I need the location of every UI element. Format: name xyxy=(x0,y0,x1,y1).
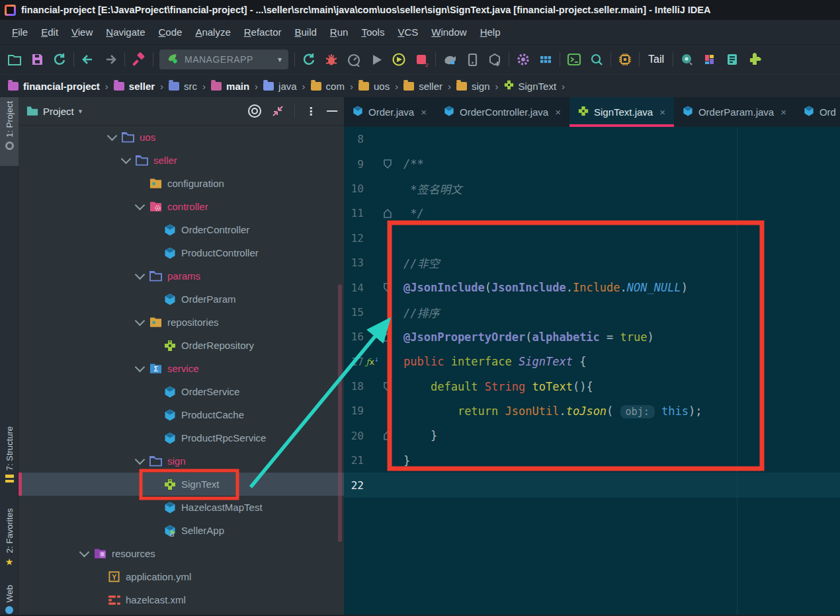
editor-tab-signtext-java[interactable]: SignText.java× xyxy=(569,97,674,127)
tree-item-controller[interactable]: controller xyxy=(19,195,344,218)
chevron-down-icon[interactable]: ▾ xyxy=(79,107,83,116)
tree-item-productrpcservice[interactable]: ProductRpcService xyxy=(19,426,344,449)
tree-item-sellerapp[interactable]: SellerApp xyxy=(19,519,344,542)
fold-up-icon[interactable] xyxy=(381,332,394,342)
menu-item-vcs[interactable]: VCS xyxy=(391,20,425,45)
chevron-down-icon[interactable]: ▾ xyxy=(278,55,282,64)
menu-item-analyze[interactable]: Analyze xyxy=(189,20,237,45)
editor-tab-ordercontroller-java[interactable]: OrderController.java× xyxy=(435,97,569,127)
tree-item-orderrepository[interactable]: OrderRepository xyxy=(19,334,344,357)
profiler-icon[interactable] xyxy=(346,52,362,67)
locate-icon[interactable] xyxy=(248,104,261,118)
tree-item-orderservice[interactable]: OrderService xyxy=(19,380,344,403)
settings-icon[interactable] xyxy=(515,52,531,67)
tab-close-icon[interactable]: × xyxy=(555,106,561,118)
tree-expand-chevron-icon[interactable] xyxy=(79,547,90,558)
tree-item-signtext[interactable]: SignText xyxy=(19,473,344,496)
menu-item-help[interactable]: Help xyxy=(474,20,507,45)
breadcrumb-item-seller[interactable]: seller xyxy=(114,81,155,92)
editor-area[interactable]: Order.java×OrderController.java×SignText… xyxy=(344,97,840,616)
run-configuration-combo[interactable]: MANAGERAPP▾ xyxy=(159,50,288,69)
fold-down-icon[interactable] xyxy=(381,283,394,292)
fold-up-icon[interactable] xyxy=(381,209,394,218)
breadcrumb-item-signtext[interactable]: SignText xyxy=(504,80,557,92)
plugins-icon[interactable] xyxy=(747,52,763,67)
tool-window-tab-project[interactable]: 1: Project xyxy=(0,97,19,166)
ui-themes-icon[interactable] xyxy=(702,52,718,67)
tree-item-resources[interactable]: resources xyxy=(19,542,344,565)
back-icon[interactable] xyxy=(80,52,96,67)
menu-item-file[interactable]: File xyxy=(5,20,34,45)
tree-item-productcontroller[interactable]: ProductController xyxy=(19,241,344,264)
documentation-icon[interactable] xyxy=(724,52,740,67)
tree-expand-chevron-icon[interactable] xyxy=(135,362,146,373)
open-project-icon[interactable] xyxy=(7,52,22,67)
tree-item-hazelcastmaptest[interactable]: HazelcastMapTest xyxy=(19,496,344,519)
menu-item-build[interactable]: Build xyxy=(288,20,323,45)
breadcrumb-item-seller[interactable]: seller xyxy=(403,81,442,92)
tab-close-icon[interactable]: × xyxy=(780,106,786,118)
code-with-me-icon[interactable] xyxy=(679,52,695,67)
tree-expand-chevron-icon[interactable] xyxy=(135,200,146,211)
tree-item-sign[interactable]: sign xyxy=(19,449,344,473)
code-area[interactable]: 89/**10 *签名明文11 */1213//非空14@JsonInclude… xyxy=(344,127,840,498)
search-everywhere-icon[interactable] xyxy=(589,52,605,67)
view-grid-icon[interactable] xyxy=(538,52,554,67)
breadcrumb-item-uos[interactable]: uos xyxy=(358,81,390,92)
save-all-icon[interactable] xyxy=(29,52,45,67)
menu-item-code[interactable]: Code xyxy=(152,20,189,45)
tree-item-orderparam[interactable]: OrderParam xyxy=(19,288,344,311)
tool-window-tab-web[interactable]: Web xyxy=(0,585,19,616)
tree-expand-chevron-icon[interactable] xyxy=(135,316,146,327)
editor-tab-ord[interactable]: Ord× xyxy=(795,97,840,127)
fold-up-icon[interactable] xyxy=(381,431,394,440)
menu-item-window[interactable]: Window xyxy=(425,20,473,45)
breadcrumb-item-financial-project[interactable]: financial-project xyxy=(8,81,100,92)
menu-item-view[interactable]: View xyxy=(65,20,99,45)
tree-item-ordercontroller[interactable]: OrderController xyxy=(19,218,344,241)
tab-close-icon[interactable]: × xyxy=(421,106,427,118)
tail-plugin-button[interactable]: Tail xyxy=(646,54,667,65)
gradle-icon[interactable] xyxy=(442,52,458,67)
tree-item-application.yml[interactable]: Yapplication.yml xyxy=(19,565,344,588)
package-search-icon[interactable] xyxy=(487,52,503,67)
run-coverage-icon[interactable] xyxy=(391,52,407,67)
breadcrumb-item-sign[interactable]: sign xyxy=(456,81,490,92)
tree-scrollbar[interactable] xyxy=(338,284,342,542)
menu-item-tools[interactable]: Tools xyxy=(355,20,391,45)
tree-expand-chevron-icon[interactable] xyxy=(135,270,146,280)
tree-expand-chevron-icon[interactable] xyxy=(121,154,132,165)
tree-item-uos[interactable]: uos xyxy=(19,126,344,149)
tree-item-params[interactable]: params xyxy=(19,264,344,288)
menu-item-run[interactable]: Run xyxy=(323,20,355,45)
breadcrumb-item-com[interactable]: com xyxy=(311,81,345,92)
synchronize-icon[interactable] xyxy=(52,52,67,67)
run-icon[interactable] xyxy=(368,52,384,67)
tree-expand-chevron-icon[interactable] xyxy=(107,131,118,141)
tree-item-service[interactable]: Σservice xyxy=(19,357,344,380)
stop-icon[interactable]: 2 xyxy=(413,52,429,67)
tree-item-repositories[interactable]: repositories xyxy=(19,311,344,334)
tool-window-tab-favorites[interactable]: 2: Favorites ★ xyxy=(0,508,19,582)
editor-tab-orderparam-java[interactable]: OrderParam.java× xyxy=(674,97,795,127)
rerun-icon[interactable] xyxy=(301,52,317,67)
build-hammer-icon[interactable] xyxy=(131,52,147,67)
forward-icon[interactable] xyxy=(103,52,118,67)
hide-panel-icon[interactable]: — xyxy=(327,105,337,117)
collapse-all-icon[interactable] xyxy=(272,105,284,117)
debug-icon[interactable] xyxy=(323,52,339,67)
device-manager-icon[interactable] xyxy=(464,52,480,67)
tree-item-seller[interactable]: seller xyxy=(19,149,344,172)
tree-expand-chevron-icon[interactable] xyxy=(135,455,146,465)
tree-item-configuration[interactable]: configuration xyxy=(19,172,344,195)
fold-down-icon[interactable] xyxy=(381,159,394,169)
menu-item-navigate[interactable]: Navigate xyxy=(99,20,151,45)
tree-item-productcache[interactable]: ProductCache xyxy=(19,403,344,426)
more-options-icon[interactable]: ⋮ xyxy=(306,105,316,118)
fold-down-icon[interactable] xyxy=(381,382,394,391)
breadcrumb-item-main[interactable]: main xyxy=(211,81,249,92)
breadcrumb-item-java[interactable]: java xyxy=(263,81,297,92)
breadcrumb-item-src[interactable]: src xyxy=(169,81,197,92)
cpu-profiler-icon[interactable] xyxy=(617,52,633,67)
tree-item-hazelcast.xml[interactable]: hazelcast.xml xyxy=(19,588,344,611)
